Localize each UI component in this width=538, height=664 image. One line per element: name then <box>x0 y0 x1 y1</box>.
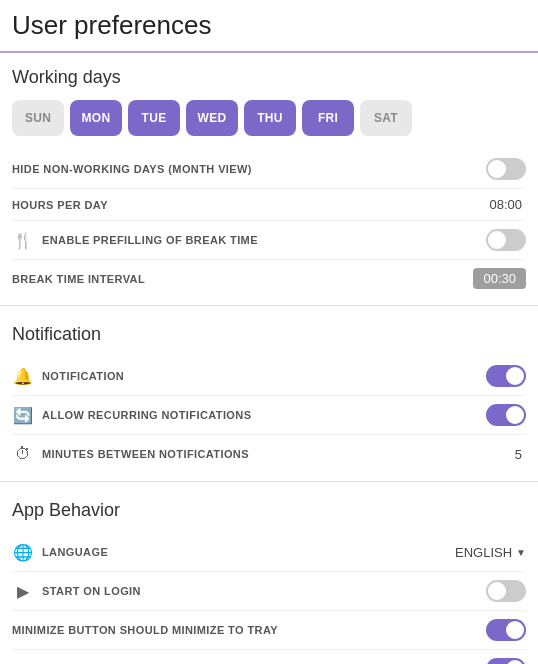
enable-prefilling-toggle[interactable] <box>486 229 526 251</box>
notification-row: 🔔 NOTIFICATION <box>12 357 526 396</box>
break-time-label: BREAK TIME INTERVAL <box>12 273 473 285</box>
app-behavior-section: App Behavior 🌐 LANGUAGE ENGLISH ▼ ▶ STAR… <box>0 486 538 664</box>
allow-recurring-row: 🔄 ALLOW RECURRING NOTIFICATIONS <box>12 396 526 435</box>
notification-section: Notification 🔔 NOTIFICATION 🔄 ALLOW RECU… <box>0 310 538 477</box>
hours-per-day-row: HOURS PER DAY 08:00 <box>12 189 526 221</box>
timer-icon: ⏱ <box>12 443 34 465</box>
allow-recurring-icon-row: 🔄 ALLOW RECURRING NOTIFICATIONS <box>12 404 486 426</box>
minutes-between-row: ⏱ MINUTES BETWEEN NOTIFICATIONS 5 <box>12 435 526 473</box>
minutes-between-icon-row: ⏱ MINUTES BETWEEN NOTIFICATIONS <box>12 443 515 465</box>
hide-non-working-toggle[interactable] <box>486 158 526 180</box>
day-button-sun[interactable]: SUN <box>12 100 64 136</box>
allow-recurring-label: ALLOW RECURRING NOTIFICATIONS <box>42 409 486 421</box>
break-time-row: BREAK TIME INTERVAL 00:30 <box>12 260 526 297</box>
hours-per-day-value: 08:00 <box>489 197 522 212</box>
page-title: User preferences <box>0 0 538 53</box>
chevron-down-icon: ▼ <box>516 547 526 558</box>
start-on-login-row: ▶ START ON LOGIN <box>12 572 526 611</box>
days-row: SUNMONTUEWEDTHUFRISAT <box>12 100 526 136</box>
break-time-value: 00:30 <box>473 268 526 289</box>
language-dropdown[interactable]: ENGLISH ▼ <box>455 545 526 560</box>
recurring-icon: 🔄 <box>12 404 34 426</box>
start-on-login-toggle[interactable] <box>486 580 526 602</box>
notification-icon-row: 🔔 NOTIFICATION <box>12 365 486 387</box>
start-on-login-label: START ON LOGIN <box>42 585 486 597</box>
language-label: LANGUAGE <box>42 546 455 558</box>
minimize-to-tray-toggle[interactable] <box>486 619 526 641</box>
globe-icon: 🌐 <box>12 541 34 563</box>
day-button-mon[interactable]: MON <box>70 100 122 136</box>
notification-title: Notification <box>12 324 526 345</box>
day-button-fri[interactable]: FRI <box>302 100 354 136</box>
enable-prefilling-label: ENABLE PREFILLING OF BREAK TIME <box>42 234 486 246</box>
language-icon-row: 🌐 LANGUAGE <box>12 541 455 563</box>
close-to-tray-toggle[interactable] <box>486 658 526 664</box>
hide-non-working-label: HIDE NON-WORKING DAYS (MONTH VIEW) <box>12 163 486 175</box>
app-behavior-title: App Behavior <box>12 500 526 521</box>
enable-prefilling-icon-row: 🍴 ENABLE PREFILLING OF BREAK TIME <box>12 229 486 251</box>
bell-icon: 🔔 <box>12 365 34 387</box>
play-icon: ▶ <box>12 580 34 602</box>
fork-icon: 🍴 <box>12 229 34 251</box>
working-days-title: Working days <box>12 67 526 88</box>
minutes-between-value: 5 <box>515 447 522 462</box>
language-value: ENGLISH <box>455 545 512 560</box>
allow-recurring-toggle[interactable] <box>486 404 526 426</box>
day-button-thu[interactable]: THU <box>244 100 296 136</box>
minutes-between-label: MINUTES BETWEEN NOTIFICATIONS <box>42 448 515 460</box>
minimize-to-tray-row: MINIMIZE BUTTON SHOULD MINIMIZE TO TRAY <box>12 611 526 650</box>
day-button-tue[interactable]: TUE <box>128 100 180 136</box>
minimize-to-tray-label: MINIMIZE BUTTON SHOULD MINIMIZE TO TRAY <box>12 624 486 636</box>
hide-non-working-row: HIDE NON-WORKING DAYS (MONTH VIEW) <box>12 150 526 189</box>
language-row: 🌐 LANGUAGE ENGLISH ▼ <box>12 533 526 572</box>
close-to-tray-row: CLOSE BUTTON SHOULD MINIMIZE TO TRAY <box>12 650 526 664</box>
working-days-section: Working days SUNMONTUEWEDTHUFRISAT HIDE … <box>0 53 538 301</box>
hours-per-day-label: HOURS PER DAY <box>12 199 489 211</box>
start-on-login-icon-row: ▶ START ON LOGIN <box>12 580 486 602</box>
day-button-sat[interactable]: SAT <box>360 100 412 136</box>
notification-toggle[interactable] <box>486 365 526 387</box>
day-button-wed[interactable]: WED <box>186 100 238 136</box>
notification-label: NOTIFICATION <box>42 370 486 382</box>
enable-prefilling-row: 🍴 ENABLE PREFILLING OF BREAK TIME <box>12 221 526 260</box>
